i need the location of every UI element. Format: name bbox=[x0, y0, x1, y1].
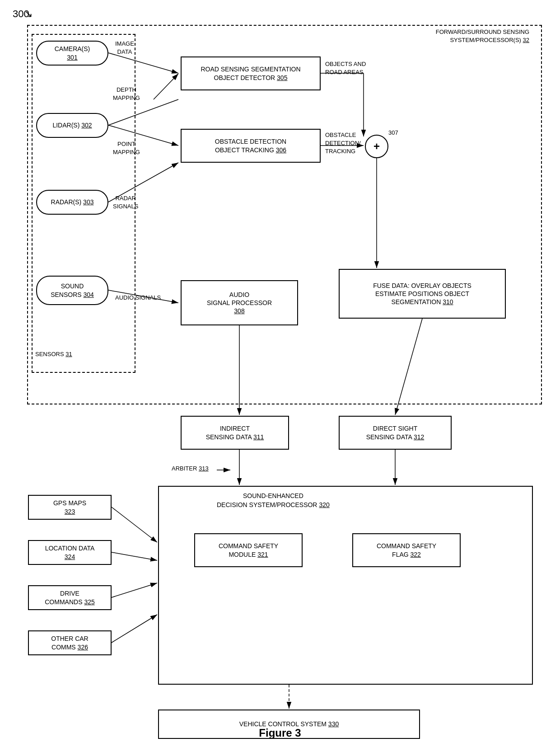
location-data-node: LOCATION DATA324 bbox=[28, 540, 112, 565]
obstacle-tracking-label: OBSTACLEDETECTION/TRACKING bbox=[325, 131, 361, 156]
fuse-data-node: FUSE DATA: OVERLAY OBJECTSESTIMATE POSIT… bbox=[339, 269, 506, 319]
gps-maps-node: GPS MAPS323 bbox=[28, 495, 112, 520]
depth-mapping-label: DEPTHMAPPING bbox=[113, 86, 140, 102]
radar-signals-label: RADARSIGNALS bbox=[113, 194, 138, 211]
svg-line-16 bbox=[112, 507, 157, 542]
other-car-comms-label: OTHER CARCOMMS 326 bbox=[51, 634, 88, 651]
direct-sight-node: DIRECT SIGHTSENSING DATA 312 bbox=[339, 416, 452, 450]
command-safety-module-node: COMMAND SAFETYMODULE 321 bbox=[194, 533, 303, 567]
other-car-comms-node: OTHER CARCOMMS 326 bbox=[28, 630, 112, 655]
sensors-31-label: SENSORS 31 bbox=[35, 350, 72, 358]
command-safety-module-label: COMMAND SAFETYMODULE 321 bbox=[219, 542, 278, 558]
drive-commands-node: DRIVECOMMANDS 325 bbox=[28, 585, 112, 610]
sound-sensors-label: SOUNDSENSORS 304 bbox=[51, 282, 94, 298]
svg-line-17 bbox=[112, 552, 157, 560]
lidar-node: LIDAR(S) 302 bbox=[36, 113, 108, 138]
gps-maps-label: GPS MAPS323 bbox=[53, 499, 86, 515]
obstacle-detection-node: OBSTACLE DETECTIONOBJECT TRACKING 306 bbox=[181, 129, 321, 163]
svg-line-19 bbox=[112, 615, 157, 643]
ref-307: 307 bbox=[388, 129, 398, 137]
camera-label: CAMERA(S)301 bbox=[55, 45, 90, 61]
ref-arrow: ↘ bbox=[24, 8, 33, 20]
indirect-sensing-node: INDIRECTSENSING DATA 311 bbox=[181, 416, 289, 450]
combiner-307: + bbox=[365, 135, 388, 158]
direct-sight-label: DIRECT SIGHTSENSING DATA 312 bbox=[366, 424, 425, 441]
audio-signal-label: AUDIOSIGNAL PROCESSOR308 bbox=[207, 291, 272, 315]
road-sensing-label: ROAD SENSING SEGMENTATIONOBJECT DETECTOR… bbox=[201, 65, 300, 81]
indirect-sensing-label: INDIRECTSENSING DATA 311 bbox=[206, 424, 264, 441]
road-sensing-node: ROAD SENSING SEGMENTATIONOBJECT DETECTOR… bbox=[181, 56, 321, 90]
command-safety-flag-label: COMMAND SAFETYFLAG 322 bbox=[377, 542, 436, 558]
radar-label: RADAR(S) 303 bbox=[51, 198, 94, 206]
audio-signal-node: AUDIOSIGNAL PROCESSOR308 bbox=[181, 280, 298, 325]
sound-sensors-node: SOUNDSENSORS 304 bbox=[36, 276, 108, 305]
decision-system-label: SOUND-ENHANCEDDECISION SYSTEM/PROCESSOR … bbox=[217, 492, 330, 509]
camera-node: CAMERA(S)301 bbox=[36, 41, 108, 66]
obstacle-detection-label: OBSTACLE DETECTIONOBJECT TRACKING 306 bbox=[215, 137, 286, 154]
point-mapping-label: POINTMAPPING bbox=[113, 140, 140, 156]
drive-commands-label: DRIVECOMMANDS 325 bbox=[45, 589, 94, 606]
arbiter-label: ARBITER 313 bbox=[172, 465, 209, 473]
svg-line-18 bbox=[112, 583, 157, 597]
figure-caption: Figure 3 bbox=[259, 727, 301, 739]
audio-signals-label: AUDIO SIGNALS bbox=[115, 294, 161, 302]
radar-node: RADAR(S) 303 bbox=[36, 190, 108, 215]
location-data-label: LOCATION DATA324 bbox=[45, 544, 95, 560]
lidar-label: LIDAR(S) 302 bbox=[52, 121, 92, 129]
objects-road-label: OBJECTS ANDROAD AREAS bbox=[325, 60, 366, 76]
command-safety-flag-node: COMMAND SAFETYFLAG 322 bbox=[352, 533, 461, 567]
forward-surround-label: FORWARD/SURROUND SENSINGSYSTEM/PROCESSOR… bbox=[436, 28, 529, 44]
fuse-data-label: FUSE DATA: OVERLAY OBJECTSESTIMATE POSIT… bbox=[373, 282, 471, 306]
diagram-container: 300 ↘ FORWARD/SURROUND SENSINGSYSTEM/PRO… bbox=[0, 0, 560, 752]
image-data-label: IMAGEDATA bbox=[115, 40, 134, 56]
decision-system-outer bbox=[158, 486, 533, 685]
